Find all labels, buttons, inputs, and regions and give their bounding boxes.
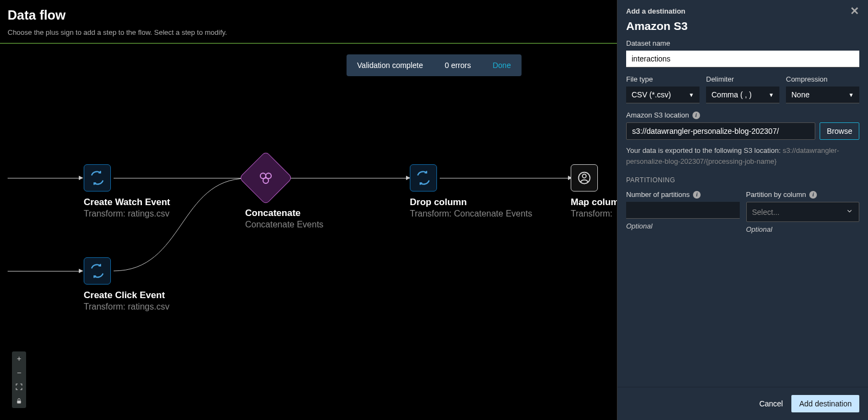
delimiter-label: Delimiter <box>706 75 779 83</box>
node-subtitle: Concatenate Events <box>245 220 386 230</box>
transform-icon <box>84 257 111 285</box>
node-subtitle: Transform: ratings.csv <box>84 302 225 312</box>
info-icon[interactable]: i <box>693 191 701 199</box>
flow-edge <box>282 178 410 178</box>
info-icon[interactable]: i <box>692 112 700 119</box>
lock-button[interactable] <box>12 394 26 408</box>
validation-status: Validation complete <box>357 61 423 70</box>
node-title: Concatenate <box>245 208 386 219</box>
validation-toast: Validation complete 0 errors Done <box>346 54 522 76</box>
zoom-fit-button[interactable] <box>12 380 26 394</box>
panel-title: Amazon S3 <box>617 17 868 39</box>
s3-location-label: Amazon S3 location i <box>626 111 859 119</box>
add-destination-button[interactable]: Add destination <box>791 395 859 412</box>
node-subtitle: Transform: ratings.csv <box>84 209 225 219</box>
file-type-label: File type <box>626 75 700 83</box>
close-icon[interactable]: ✕ <box>850 4 859 17</box>
partition-column-label: Partition by column i <box>746 190 860 199</box>
optional-hint: Optional <box>626 222 740 230</box>
validation-done-link[interactable]: Done <box>492 61 510 70</box>
num-partitions-label: Number of partitions i <box>626 190 740 199</box>
validation-errors: 0 errors <box>445 61 471 70</box>
node-title: Create Watch Event <box>84 197 225 208</box>
flow-edge <box>8 271 83 271</box>
optional-hint: Optional <box>746 225 860 233</box>
zoom-controls: + − <box>12 351 26 408</box>
flow-edge <box>8 178 83 178</box>
node-drop-column[interactable]: Drop column Transform: Concatenate Event… <box>410 164 551 219</box>
panel-breadcrumb: Add a destination <box>626 7 685 15</box>
partitioning-section-label: PARTITIONING <box>626 176 859 184</box>
chevron-down-icon: ▼ <box>848 92 854 98</box>
destination-panel: Add a destination ✕ Amazon S3 Dataset na… <box>617 0 868 420</box>
compression-label: Compression <box>786 75 859 83</box>
node-title: Create Click Event <box>84 290 225 301</box>
info-icon[interactable]: i <box>809 191 817 199</box>
node-title: Drop column <box>410 197 551 208</box>
svg-point-4 <box>583 174 586 178</box>
s3-helper-text: Your data is exported to the following S… <box>626 145 859 166</box>
node-create-watch-event[interactable]: Create Watch Event Transform: ratings.cs… <box>84 164 225 219</box>
compression-select[interactable]: None▼ <box>786 87 859 103</box>
svg-rect-5 <box>17 401 21 404</box>
dataset-name-input[interactable] <box>626 51 859 67</box>
map-icon <box>571 164 598 192</box>
svg-point-2 <box>263 178 268 183</box>
concatenate-icon <box>247 159 284 196</box>
file-type-select[interactable]: CSV (*.csv)▼ <box>626 87 700 103</box>
s3-location-input[interactable] <box>626 122 815 140</box>
dataset-name-label: Dataset name <box>626 39 859 47</box>
node-create-click-event[interactable]: Create Click Event Transform: ratings.cs… <box>84 257 225 312</box>
chevron-down-icon: ▼ <box>769 92 774 98</box>
zoom-in-button[interactable]: + <box>12 351 26 366</box>
chevron-down-icon <box>846 207 853 217</box>
cancel-button[interactable]: Cancel <box>759 395 783 412</box>
transform-icon <box>410 164 437 192</box>
browse-button[interactable]: Browse <box>820 122 859 140</box>
partition-column-select[interactable]: Select... <box>746 202 860 222</box>
delimiter-select[interactable]: Comma ( , )▼ <box>706 87 779 103</box>
chevron-down-icon: ▼ <box>689 92 694 98</box>
node-subtitle: Transform: Concatenate Events <box>410 209 551 219</box>
transform-icon <box>84 164 111 192</box>
num-partitions-input[interactable] <box>626 202 740 219</box>
zoom-out-button[interactable]: − <box>12 366 26 380</box>
